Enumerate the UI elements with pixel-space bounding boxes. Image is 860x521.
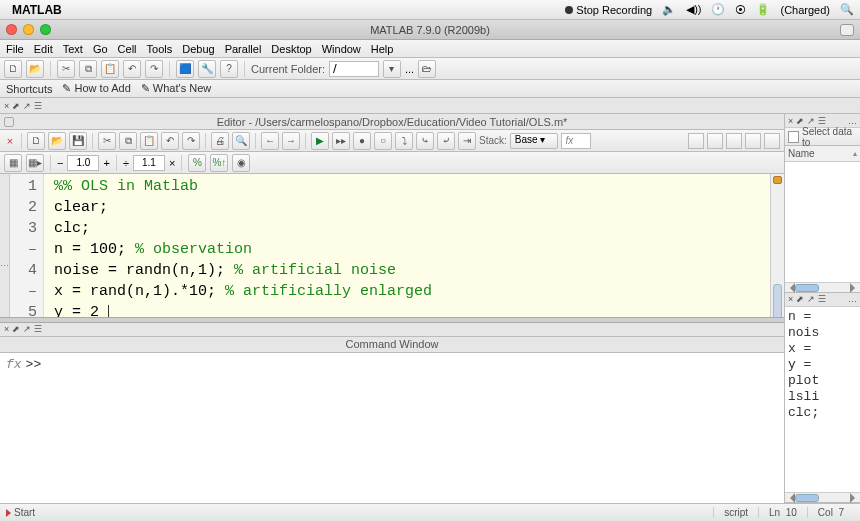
div-label[interactable]: ÷ <box>123 157 129 169</box>
folder-dropdown-button[interactable]: ▾ <box>383 60 401 78</box>
code-line[interactable]: clear; <box>54 197 784 218</box>
menu-parallel[interactable]: Parallel <box>225 43 262 55</box>
view-top-button[interactable] <box>726 133 742 149</box>
code-line[interactable]: %% OLS in Matlab <box>54 176 784 197</box>
menu-file[interactable]: File <box>6 43 24 55</box>
view-maximize-button[interactable] <box>764 133 780 149</box>
undo-button[interactable]: ↶ <box>123 60 141 78</box>
toolbar-toggle-button[interactable] <box>840 24 854 36</box>
redo-button-2[interactable]: ↷ <box>182 132 200 150</box>
view-single-button[interactable] <box>688 133 704 149</box>
history-item[interactable]: clc; <box>788 405 857 421</box>
code-line[interactable]: clc; <box>54 218 784 239</box>
step-in-button[interactable]: ⤷ <box>416 132 434 150</box>
plus-label[interactable]: + <box>103 157 109 169</box>
history-hscroll[interactable] <box>785 492 860 502</box>
bluetooth-icon[interactable]: ⦿ <box>735 4 746 16</box>
cmd-close-icon[interactable]: × <box>4 324 9 334</box>
cut-button[interactable]: ✂ <box>57 60 75 78</box>
code-line[interactable]: noise = randn(n,1); % artificial noise <box>54 260 784 281</box>
stop-recording[interactable]: Stop Recording <box>565 4 652 16</box>
history-item[interactable]: plot <box>788 373 857 389</box>
print-button[interactable]: 🖨 <box>211 132 229 150</box>
history-body[interactable]: n =noisx =y =plotlsliclc; <box>785 307 860 492</box>
fx-icon[interactable]: fx <box>6 357 22 500</box>
code-pane[interactable]: %% OLS in Matlabclear;clc;n = 100; % obs… <box>44 174 784 317</box>
dock-close-icon[interactable]: × <box>4 101 9 111</box>
redo-button[interactable]: ↷ <box>145 60 163 78</box>
folder-up-button[interactable]: 🗁 <box>418 60 436 78</box>
undo-button-2[interactable]: ↶ <box>161 132 179 150</box>
forward-button[interactable]: → <box>282 132 300 150</box>
paste-button[interactable]: 📋 <box>101 60 119 78</box>
menu-text[interactable]: Text <box>63 43 83 55</box>
command-window[interactable]: fx >> <box>0 353 784 504</box>
ws-menu-icon[interactable]: ☰ <box>818 116 826 126</box>
cell-insert-above-button[interactable]: %↑ <box>210 154 228 172</box>
hist-close-icon[interactable]: × <box>788 294 793 304</box>
hist-max-icon[interactable]: ⬈ <box>796 294 804 304</box>
clock-icon[interactable]: 🕐 <box>711 3 725 16</box>
history-item[interactable]: nois <box>788 325 857 341</box>
minimize-window-button[interactable] <box>23 24 34 35</box>
open-file-button[interactable]: 📂 <box>26 60 44 78</box>
guide-button[interactable]: 🔧 <box>198 60 216 78</box>
workspace-hscroll[interactable] <box>785 282 860 292</box>
cell-show-button[interactable]: ◉ <box>232 154 250 172</box>
cmd-menu-icon[interactable]: ☰ <box>34 324 42 334</box>
dock-undock-icon[interactable]: ↗ <box>23 101 31 111</box>
close-window-button[interactable] <box>6 24 17 35</box>
stack-selector[interactable]: Base ▾ <box>510 133 559 149</box>
menu-debug[interactable]: Debug <box>182 43 214 55</box>
new-mfile-button[interactable]: 🗋 <box>27 132 45 150</box>
ws-undock-icon[interactable]: ↗ <box>807 116 815 126</box>
ws-close-icon[interactable]: × <box>788 116 793 126</box>
history-item[interactable]: x = <box>788 341 857 357</box>
times-label[interactable]: × <box>169 157 175 169</box>
whats-new-link[interactable]: ✎ What's New <box>141 82 211 95</box>
sound-icon[interactable]: ◀)) <box>686 3 701 16</box>
code-editor[interactable]: ⋮ 123 –4 –56 –7 –8 –910 %% OLS in Matlab… <box>0 174 784 317</box>
how-to-add-link[interactable]: ✎ How to Add <box>62 82 130 95</box>
simulink-button[interactable]: 🟦 <box>176 60 194 78</box>
menu-desktop[interactable]: Desktop <box>271 43 311 55</box>
increment-value-1[interactable] <box>67 155 99 171</box>
function-hint[interactable]: fx <box>561 133 591 149</box>
menu-edit[interactable]: Edit <box>34 43 53 55</box>
mac-app-name[interactable]: MATLAB <box>12 3 62 17</box>
run-button[interactable]: ▶ <box>311 132 329 150</box>
view-float-button[interactable] <box>745 133 761 149</box>
workspace-select-data[interactable]: Select data to <box>785 128 860 146</box>
battery-icon[interactable]: 🔋 <box>756 3 770 16</box>
minus-label[interactable]: − <box>57 157 63 169</box>
window-titlebar[interactable]: MATLAB 7.9.0 (R2009b) <box>0 20 860 40</box>
hist-undock-icon[interactable]: ↗ <box>807 294 815 304</box>
history-item[interactable]: n = <box>788 309 857 325</box>
menu-cell[interactable]: Cell <box>118 43 137 55</box>
copy-button-2[interactable]: ⧉ <box>119 132 137 150</box>
find-button[interactable]: 🔍 <box>232 132 250 150</box>
menu-go[interactable]: Go <box>93 43 108 55</box>
step-out-button[interactable]: ⤶ <box>437 132 455 150</box>
breakpoint-button[interactable]: ● <box>353 132 371 150</box>
continue-button[interactable]: ⇥ <box>458 132 476 150</box>
dock-menu-icon[interactable]: ☰ <box>34 101 42 111</box>
history-item[interactable]: y = <box>788 357 857 373</box>
workspace-body[interactable] <box>785 162 860 282</box>
dock-max-icon[interactable]: ⬈ <box>12 101 20 111</box>
code-line[interactable]: x = rand(n,1).*10; % artificially enlarg… <box>54 281 784 302</box>
cell-eval-adv-button[interactable]: ▦▸ <box>26 154 44 172</box>
workspace-name-header[interactable]: Name▴ <box>785 146 860 162</box>
help-button[interactable]: ? <box>220 60 238 78</box>
run-section-button[interactable]: ▸▸ <box>332 132 350 150</box>
hist-menu-icon[interactable]: ☰ <box>818 294 826 304</box>
line-gutter[interactable]: 123 –4 –56 –7 –8 –910 <box>10 174 44 317</box>
history-item[interactable]: lsli <box>788 389 857 405</box>
new-file-button[interactable]: 🗋 <box>4 60 22 78</box>
clear-bp-button[interactable]: ○ <box>374 132 392 150</box>
increment-value-2[interactable] <box>133 155 165 171</box>
zoom-window-button[interactable] <box>40 24 51 35</box>
cmd-max-icon[interactable]: ⬈ <box>12 324 20 334</box>
code-line[interactable]: y = 2 <box>54 302 784 317</box>
cmd-undock-icon[interactable]: ↗ <box>23 324 31 334</box>
